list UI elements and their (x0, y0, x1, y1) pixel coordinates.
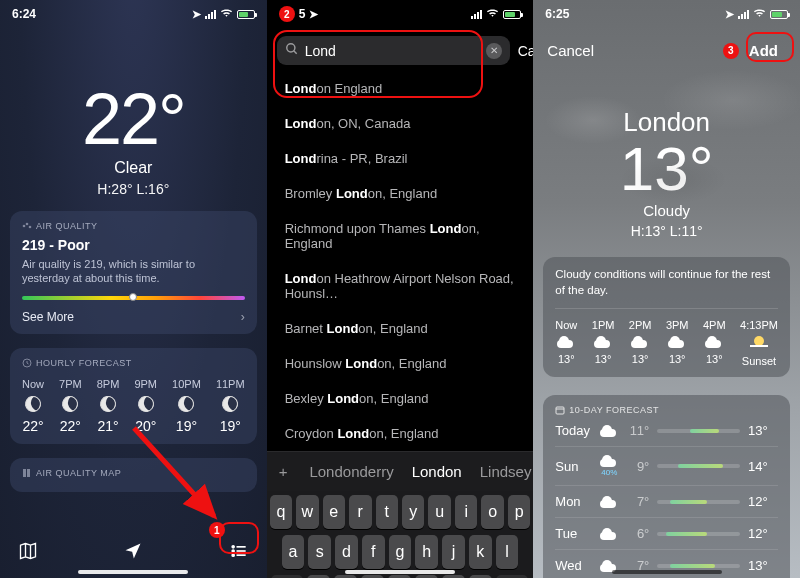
cloud-icon (557, 336, 575, 348)
hour-temp: 13° (595, 353, 612, 365)
city-conditions: London 13° Cloudy H:13° L:11° (533, 107, 800, 239)
search-result[interactable]: Richmond upon Thames London, England (271, 211, 530, 261)
hour-temp: Sunset (742, 355, 776, 367)
city-search-screen: 2 5 ➤ ✕ Cancel London EnglandLondon, ON,… (267, 0, 534, 578)
current-location-icon[interactable] (123, 541, 143, 565)
battery-icon (503, 10, 521, 19)
home-indicator[interactable] (345, 570, 455, 574)
key-u[interactable]: u (428, 495, 450, 529)
map-icon[interactable] (18, 541, 38, 565)
cellular-signal-icon (205, 10, 216, 19)
city-list-icon[interactable] (229, 541, 249, 565)
svg-point-13 (286, 44, 294, 52)
hour-column: 4:13PMSunset (740, 319, 778, 367)
key-h[interactable]: h (415, 535, 438, 569)
search-result[interactable]: Londrina - PR, Brazil (271, 141, 530, 176)
key-w[interactable]: w (296, 495, 318, 529)
day-icon: 40% (599, 455, 619, 477)
hour-label: Now (555, 319, 577, 331)
suggestion-selected[interactable]: London (412, 463, 462, 480)
status-time: 5 (299, 7, 306, 21)
hour-label: 7PM (59, 378, 82, 390)
home-indicator[interactable] (612, 570, 722, 574)
suggestion[interactable]: Lindsey (480, 463, 532, 480)
search-results: London EnglandLondon, ON, CanadaLondrina… (267, 71, 534, 451)
add-word-icon[interactable]: + (279, 463, 288, 480)
hourly-forecast-card[interactable]: HOURLY FORECAST Now22°7PM22°8PM21°9PM20°… (10, 348, 257, 444)
key-s[interactable]: s (308, 535, 331, 569)
forecast-summary: Cloudy conditions will continue for the … (555, 267, 778, 298)
key-f[interactable]: f (362, 535, 385, 569)
cloud-icon (631, 336, 649, 348)
svg-rect-4 (23, 469, 26, 477)
key-a[interactable]: a (282, 535, 305, 569)
key-o[interactable]: o (481, 495, 503, 529)
key-k[interactable]: k (469, 535, 492, 569)
search-result[interactable]: London, ON, Canada (271, 106, 530, 141)
hour-temp: 22° (22, 418, 43, 434)
city-high-low: H:13° L:11° (533, 223, 800, 239)
hour-column: Now22° (22, 378, 44, 434)
search-field[interactable]: ✕ (277, 36, 510, 65)
key-t[interactable]: t (376, 495, 398, 529)
moon-icon (61, 394, 80, 413)
hour-label: 2PM (629, 319, 652, 331)
search-result[interactable]: London England (271, 71, 530, 106)
hour-temp: 19° (176, 418, 197, 434)
hourly-forecast-card[interactable]: Cloudy conditions will continue for the … (543, 257, 790, 377)
cancel-button[interactable]: Cancel (547, 42, 594, 59)
key-p[interactable]: p (508, 495, 530, 529)
day-low: 7° (619, 494, 649, 509)
search-input[interactable] (305, 43, 480, 59)
search-result[interactable]: London Heathrow Airport Nelson Road, Hou… (271, 261, 530, 311)
ten-day-forecast-card[interactable]: 10-DAY FORECAST Today11°13°Sun40%9°14°Mo… (543, 395, 790, 578)
svg-point-0 (23, 225, 26, 228)
key-l[interactable]: l (496, 535, 519, 569)
hour-column: 9PM20° (134, 378, 157, 434)
air-quality-card[interactable]: AIR QUALITY 219 - Poor Air quality is 21… (10, 211, 257, 334)
wifi-icon (486, 8, 499, 20)
wifi-icon (753, 8, 766, 20)
add-button[interactable]: Add (741, 38, 786, 63)
air-quality-map-card[interactable]: AIR QUALITY MAP (10, 458, 257, 492)
daily-row: Tue6°12° (555, 517, 778, 549)
high-low: H:28° L:16° (0, 181, 267, 197)
search-result[interactable]: Croydon London, England (271, 416, 530, 451)
search-result[interactable]: Bexley London, England (271, 381, 530, 416)
hour-column: 4PM13° (703, 319, 726, 367)
key-g[interactable]: g (389, 535, 412, 569)
day-low: 11° (619, 423, 649, 438)
aq-scale (22, 296, 245, 300)
key-j[interactable]: j (442, 535, 465, 569)
cloud-icon (600, 455, 618, 467)
search-result[interactable]: Barnet London, England (271, 311, 530, 346)
key-e[interactable]: e (323, 495, 345, 529)
hour-column: 11PM19° (216, 378, 245, 434)
hour-column: 1PM13° (592, 319, 615, 367)
day-name: Tue (555, 526, 599, 541)
key-i[interactable]: i (455, 495, 477, 529)
clear-icon[interactable]: ✕ (486, 43, 502, 59)
cloud-icon (600, 425, 618, 437)
day-low: 9° (619, 459, 649, 474)
card-header: AIR QUALITY MAP (22, 468, 245, 478)
status-time: 6:24 (12, 7, 36, 21)
key-y[interactable]: y (402, 495, 424, 529)
cancel-button[interactable]: Cancel (518, 43, 534, 59)
suggestion[interactable]: Londonderry (309, 463, 393, 480)
key-d[interactable]: d (335, 535, 358, 569)
weather-home-screen: 6:24 ➤ 22° Clear H:28° L:16° AIR QUALITY… (0, 0, 267, 578)
search-result[interactable]: Hounslow London, England (271, 346, 530, 381)
search-result[interactable]: Bromley London, England (271, 176, 530, 211)
day-high: 14° (748, 459, 778, 474)
key-r[interactable]: r (349, 495, 371, 529)
status-bar: 2 5 ➤ (267, 0, 534, 28)
modal-top-row: Cancel 3 Add (533, 28, 800, 73)
card-header: HOURLY FORECAST (22, 358, 245, 368)
home-indicator[interactable] (78, 570, 188, 574)
key-q[interactable]: q (270, 495, 292, 529)
see-more-row[interactable]: See More › (22, 310, 245, 324)
temp-range-bar (657, 564, 740, 568)
day-high: 13° (748, 423, 778, 438)
keyboard: qwertyuiop asdfghjkl ⇧zxcvbnm⌫ 123 ☺ EN-… (267, 491, 534, 578)
